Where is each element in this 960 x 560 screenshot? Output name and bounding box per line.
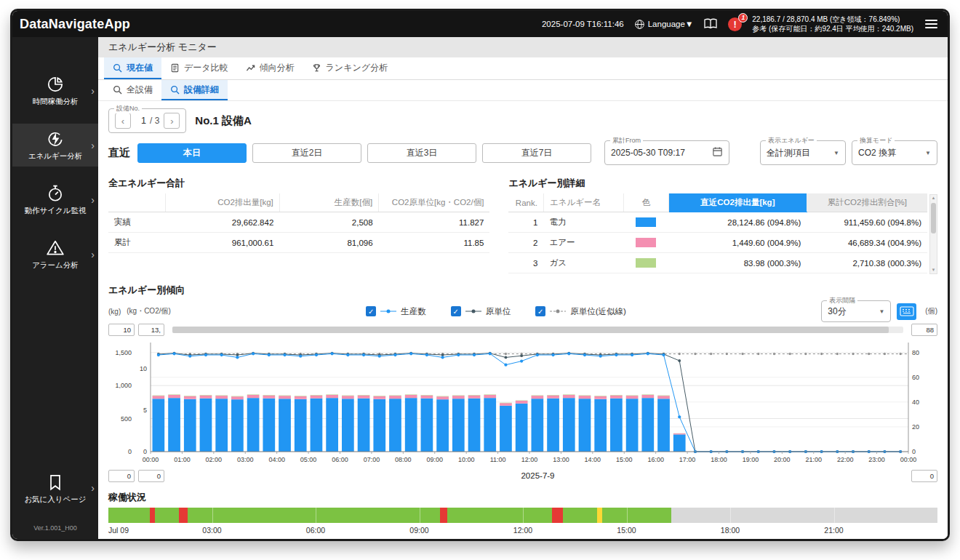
svg-text:22:00: 22:00 xyxy=(837,456,854,463)
left-axis2-max-input[interactable]: 13, xyxy=(138,324,164,336)
right-axis-max-input[interactable]: 88 xyxy=(911,324,937,336)
table-row: 累計 961,000.61 81,096 11.85 xyxy=(108,233,489,253)
subtab-all-equipment[interactable]: 全設備 xyxy=(104,80,161,100)
svg-text:0: 0 xyxy=(912,448,916,455)
sidebar-item-alarm-analysis[interactable]: アラーム分析 › xyxy=(12,233,98,276)
tab-ranking-analysis[interactable]: ランキング分析 xyxy=(303,57,396,79)
left-axis-unit2-label: (kg・CO2/個) xyxy=(127,306,171,316)
status-tick xyxy=(523,508,524,523)
sidebar-item-energy-analysis[interactable]: エネルギー分析 › xyxy=(12,124,98,167)
keypad-button[interactable] xyxy=(897,303,916,320)
color-swatch xyxy=(636,217,656,227)
svg-text:05:00: 05:00 xyxy=(300,456,317,463)
energy-detail-scroll-area[interactable]: Rank. エネルギー名 色 直近CO2排出量[kg] 累計CO2排出割合[%]… xyxy=(508,193,927,275)
manual-book-icon[interactable] xyxy=(703,18,718,30)
cumulative-from-field[interactable]: 累計From 2025-05-30 T09:17 xyxy=(604,140,729,165)
tab-data-compare[interactable]: データ比較 xyxy=(161,57,237,79)
svg-text:23:00: 23:00 xyxy=(868,456,885,463)
period-button-3days[interactable]: 直近3日 xyxy=(367,143,476,163)
equipment-prev-button[interactable]: ‹ xyxy=(115,113,131,129)
svg-text:18:00: 18:00 xyxy=(711,456,727,463)
scroll-up-arrow[interactable]: ▲ xyxy=(932,195,936,201)
current-datetime: 2025-07-09 T16:11:46 xyxy=(542,20,624,28)
tab-current-value[interactable]: 現在値 xyxy=(104,57,161,79)
status-time-label: 18:00 xyxy=(721,526,740,535)
equipment-subtabbar: 全設備 設備詳細 xyxy=(98,80,948,101)
svg-text:16:00: 16:00 xyxy=(647,456,664,463)
svg-text:5: 5 xyxy=(143,407,147,414)
status-time-label: 21:00 xyxy=(824,526,843,535)
svg-text:40: 40 xyxy=(912,399,919,406)
main-content: エネルギー分析 モニター 現在値 データ比較 傾向分析 ランキング分析 xyxy=(98,37,948,539)
alert-mark: ! xyxy=(734,19,737,30)
svg-text:0: 0 xyxy=(128,448,132,455)
left-axis-max-input[interactable]: 10 xyxy=(108,324,135,336)
language-menu[interactable]: Language▼ xyxy=(634,19,694,30)
svg-text:1,000: 1,000 xyxy=(115,382,132,389)
chart-header-row: (kg) (kg・CO2/個) ✓ 生産数 ✓ 原単位 xyxy=(108,300,937,322)
svg-text:21:00: 21:00 xyxy=(805,456,822,463)
from-value: 2025-05-30 T09:17 xyxy=(611,148,685,158)
sidebar-item-time-operation[interactable]: 時間稼働分析 › xyxy=(12,69,98,112)
svg-text:17:00: 17:00 xyxy=(679,456,696,463)
chevron-down-icon: ▼ xyxy=(833,150,839,156)
table-row: 実績 29,662.842 2,508 11.827 xyxy=(108,212,489,233)
document-icon xyxy=(170,63,180,73)
checkbox-checked-icon[interactable]: ✓ xyxy=(366,306,376,316)
status-tick xyxy=(627,508,628,523)
period-button-today[interactable]: 本日 xyxy=(137,143,247,163)
left-axis-min-input[interactable]: 0 xyxy=(108,470,135,482)
trend-line-icon xyxy=(246,63,255,73)
left-axis2-min-input[interactable]: 0 xyxy=(138,470,164,482)
period-button-7days[interactable]: 直近7日 xyxy=(482,143,591,163)
equipment-no-value[interactable]: 1 xyxy=(131,116,150,126)
equipment-next-button[interactable]: › xyxy=(164,113,180,129)
alert-count-badge: 1 xyxy=(738,13,748,23)
equipment-number-spinner: 設備No. ‹ 1 / 3 › xyxy=(108,108,186,133)
analysis-tabbar: 現在値 データ比較 傾向分析 ランキング分析 xyxy=(98,57,948,80)
status-time-label: 15:00 xyxy=(617,526,636,535)
period-button-2days[interactable]: 直近2日 xyxy=(252,143,361,163)
line-marker-icon xyxy=(465,308,481,314)
display-energy-select[interactable]: 表示エネルギー 全計測項目 ▼ xyxy=(760,140,846,165)
subtab-equipment-detail[interactable]: 設備詳細 xyxy=(161,80,228,100)
color-swatch xyxy=(636,258,656,268)
conversion-mode-select[interactable]: 換算モード CO2 換算 ▼ xyxy=(852,140,937,165)
right-axis-unit-label: (個) xyxy=(925,306,937,316)
svg-text:00:00: 00:00 xyxy=(143,456,159,463)
status-segment xyxy=(552,508,562,523)
table-row: 4 4.40 (000.0%) 141.29 (000.0%) xyxy=(508,273,927,276)
svg-text:60: 60 xyxy=(912,374,919,381)
svg-text:06:00: 06:00 xyxy=(332,456,348,463)
sorted-column-header[interactable]: 直近CO2排出量[kg] xyxy=(668,193,807,212)
svg-text:1,500: 1,500 xyxy=(115,349,132,356)
svg-text:19:00: 19:00 xyxy=(743,456,759,463)
tab-trend-analysis[interactable]: 傾向分析 xyxy=(237,57,303,79)
period-filter-row: 直近 本日 直近2日 直近3日 直近7日 累計From 2025-05-30 T… xyxy=(98,135,948,172)
checkbox-checked-icon[interactable]: ✓ xyxy=(451,306,461,316)
svg-text:0: 0 xyxy=(143,448,147,455)
sidebar-item-favorites[interactable]: お気に入りページ › xyxy=(12,467,98,510)
chevron-right-icon: › xyxy=(91,140,95,151)
vertical-scrollbar[interactable]: ▲ ▼ xyxy=(929,194,937,274)
alert-icon[interactable]: ! 1 xyxy=(728,17,742,31)
interval-select[interactable]: 表示間隔 30分 ▼ xyxy=(821,300,891,322)
calendar-icon[interactable] xyxy=(712,146,723,159)
status-segment xyxy=(597,508,602,523)
legend-production[interactable]: ✓ 生産数 xyxy=(366,306,426,317)
chart-horizontal-scrollbar[interactable] xyxy=(172,327,903,333)
sidebar-item-cycle-monitor[interactable]: 動作サイクル監視 › xyxy=(12,178,98,221)
hamburger-menu-icon[interactable] xyxy=(924,18,939,30)
scrollbar-thumb[interactable] xyxy=(931,203,936,233)
svg-text:04:00: 04:00 xyxy=(268,456,285,463)
scroll-down-arrow[interactable]: ▼ xyxy=(932,267,936,273)
status-time-label: 12:00 xyxy=(513,526,532,535)
svg-text:20: 20 xyxy=(912,423,919,431)
checkbox-checked-icon[interactable]: ✓ xyxy=(535,306,545,316)
right-axis-min-input[interactable]: 0 xyxy=(911,470,937,482)
legend-unit[interactable]: ✓ 原単位 xyxy=(451,306,511,317)
scrollbar-thumb[interactable] xyxy=(172,327,889,333)
table-row: 3 ガス 83.98 (000.3%) 2,710.38 (000.3%) xyxy=(508,253,927,273)
status-time-label: 06:00 xyxy=(306,526,325,535)
legend-unit-approx[interactable]: ✓ 原単位(近似線) xyxy=(535,306,626,317)
